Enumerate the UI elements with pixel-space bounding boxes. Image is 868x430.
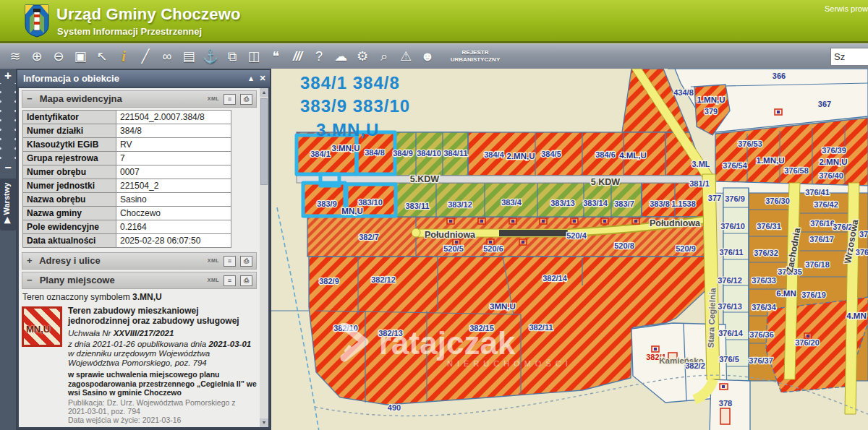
full-extent-icon[interactable]: ▣ [69,46,91,67]
parcel-label: 376/54 [723,161,748,170]
map-toolbar: ≋ ⊕ ⊖ ▣ ↖ i ╱ ∞ ▤ ⚓ ⧉ ◫ ❝ /// ? ☁ ⚙ ⌕ ⚠ … [0,43,868,69]
section-addresses[interactable]: + Adresy i ulice XML ≡ ⎙ [22,252,257,270]
parcel-label: 382/10 [333,324,358,332]
panel-close-icon[interactable]: ✕ [257,70,268,87]
comment-icon[interactable]: ❝ [265,46,286,67]
header-service-note: Serwis prowa [825,4,868,13]
layout-icon[interactable]: ◫ [243,46,265,67]
section-title: Mapa ewidencyjna [40,93,122,104]
parcel-label: 376/13 [718,302,742,311]
parcel-label: 376/40 [819,171,843,180]
layers-tab[interactable]: ▶ Warstwy [0,179,16,231]
section-local-plans[interactable]: − Plany miejscowe XML ≡ ⎙ [22,272,257,289]
parcel-label: 376 [856,248,868,257]
xml-icon[interactable]: XML [208,253,219,269]
urban-register-button[interactable]: REJESTR URBANISTYCZNY [444,49,506,64]
copy-view-icon[interactable]: ⧉ [221,46,243,67]
parcel-label: 434/8 [673,88,694,97]
parcel-label: 378 [719,399,732,408]
parcel-label: 382/12 [371,275,396,284]
panel-body: − Mapa ewidencyjna XML ≡ ⎙ Identyfikator… [19,88,260,427]
pointer-icon[interactable]: ↖ [91,46,113,67]
print-icon[interactable]: ⎙ [240,256,252,267]
parcel-label: 381/1 [689,179,710,188]
parcel-label: 384/10 [417,149,441,158]
settings-icon[interactable]: ⚙ [352,46,373,67]
parcel-label: 383/13 [550,199,575,207]
list-icon[interactable]: ≡ [224,94,236,105]
cloud-icon[interactable]: ☁ [330,46,352,67]
street-label: 5 KDW [591,177,620,187]
list-icon[interactable]: ≡ [224,275,236,286]
parcel-label: 520/4 [566,231,587,240]
warning-icon[interactable]: ⚠ [395,46,417,67]
street-label: Południowa [425,230,476,240]
collapse-icon[interactable]: − [27,272,37,288]
local-plan-details: Teren oznaczony symbolem 3.MN,U MN,U Ter… [22,292,257,427]
table-row: Numer jednostki221504_2 [23,179,231,193]
panel-titlebar: Informacja o obiekcie ▴ ✕ [17,70,270,87]
list-icon[interactable]: ≡ [224,256,236,267]
map-annotation: 383/9 383/10 [300,96,410,116]
zoom-out-icon[interactable]: ⊖ [48,46,69,67]
help-icon[interactable]: ? [308,46,330,67]
parcel-label: 377 [708,194,721,202]
table-row: Numer obrębu0007 [23,165,231,179]
section-map-registry[interactable]: − Mapa ewidencyjna XML ≡ ⎙ [22,90,257,108]
print-icon[interactable]: ⎙ [240,275,252,286]
locate-icon[interactable]: ⌕ [373,46,395,67]
export-icon[interactable]: ⚓ [200,46,221,67]
xml-icon[interactable]: XML [208,91,219,107]
cadastral-map[interactable]: 384/1 384/8383/9 383/103.MN,U384/13.MN,U… [271,69,868,430]
measure-angle-icon[interactable]: /// [286,46,308,67]
parcel-label: 384/6 [595,150,616,159]
map-annotation: 384/1 384/8 [300,73,400,93]
print-icon[interactable]: ▤ [178,46,200,67]
print-icon[interactable]: ⎙ [240,94,252,105]
parcel-label: 520/9 [676,244,696,253]
street-label: 5.KDW [410,174,439,184]
panel-collapse-icon[interactable]: ▴ [245,70,257,87]
parcel-label: 382/7 [359,233,379,241]
layers-icon[interactable]: ≋ [4,46,26,67]
measure-icon[interactable]: ╱ [135,46,156,67]
land-use-title: Teren zabudowy mieszkaniowej jednorodzin… [68,306,257,327]
parcel-label: 366 [773,72,786,80]
panel-title: Informacja o obiekcie [23,73,119,84]
scroll-up-icon[interactable]: ▲ [260,88,268,97]
info-icon[interactable]: i [113,46,135,67]
map-viewport[interactable]: 384/1 384/8383/9 383/103.MN,U384/13.MN,U… [271,69,868,430]
parcel-label: 384/1 [310,150,331,158]
parcel-label: 376/19 [801,291,826,299]
panel-scrollbar[interactable]: ▲ ▼ [260,88,268,427]
dock-expand-button[interactable]: + [0,69,16,83]
expand-icon[interactable]: + [27,253,37,269]
parcel-label: 382/15 [469,324,494,332]
xml-icon[interactable]: XML [208,272,219,288]
feedback-icon[interactable]: ☻ [417,46,438,67]
parcel-label: 383/9 [317,199,337,208]
parcel-label: 383/12 [448,200,472,209]
zone-label: 6.MN [776,289,796,298]
zone-label: 1.MN,U [757,156,785,165]
parcel-label: 376/39 [822,146,846,155]
section-title: Plany miejscowe [40,275,115,285]
parcel-label: 383/11 [405,202,429,210]
parcel-label: 383/4 [501,198,522,207]
parcel-label: 367 [818,100,831,108]
table-row: Nazwa obrębuSasino [23,193,231,207]
search-input[interactable] [830,48,868,66]
parcel-label: 376/53 [738,139,762,148]
dock-collapse-button[interactable]: − [0,163,16,173]
mnu-legend-swatch: MN,U [22,306,62,347]
road-5kdw[interactable] [297,176,704,183]
parcel-label: 520/5 [443,244,464,253]
link-icon[interactable]: ∞ [156,46,178,67]
zone-label: 3MN,U [490,302,516,311]
collapse-icon[interactable]: − [27,91,37,107]
scrollbar-thumb[interactable] [260,98,268,185]
scroll-down-icon[interactable]: ▼ [260,418,268,427]
zoom-in-icon[interactable]: ⊕ [26,46,48,67]
section-title: Adresy i ulice [39,255,101,266]
table-row: Klasoużytki EGiBRV [23,138,231,152]
